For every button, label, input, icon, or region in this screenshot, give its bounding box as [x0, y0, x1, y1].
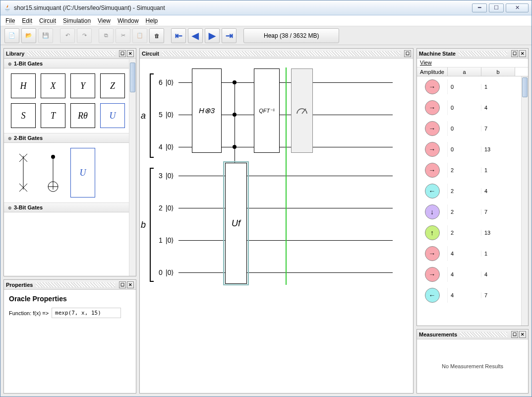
- qubit-0-idx: 0: [159, 268, 163, 276]
- function-input[interactable]: [52, 308, 121, 318]
- gate-s[interactable]: S: [11, 103, 36, 128]
- copy-button[interactable]: ⧉: [99, 28, 114, 43]
- state-a-value: 4: [448, 251, 481, 257]
- gate-u[interactable]: U: [100, 103, 125, 128]
- machine-state-view-menu[interactable]: View: [420, 60, 432, 66]
- step-forward-button[interactable]: ▶: [205, 28, 220, 43]
- cut-button[interactable]: ✂: [116, 28, 130, 43]
- state-b-value: 13: [481, 146, 515, 152]
- section-1bit[interactable]: 1-Bit Gates: [4, 59, 136, 68]
- paste-button[interactable]: 📋: [132, 28, 147, 43]
- gate-z[interactable]: Z: [100, 73, 125, 98]
- measurements-max-button[interactable]: ☐: [511, 331, 518, 338]
- menu-circuit[interactable]: Circuit: [39, 17, 56, 24]
- properties-max-button[interactable]: ☐: [119, 281, 126, 288]
- close-button[interactable]: ✕: [506, 3, 529, 12]
- state-row[interactable]: →01: [417, 76, 528, 97]
- svg-point-2: [51, 155, 55, 159]
- open-button[interactable]: 📂: [21, 28, 36, 43]
- gate-measure-block[interactable]: [291, 68, 313, 153]
- gate-y[interactable]: Y: [70, 73, 95, 98]
- qubit-4-idx: 4: [159, 143, 163, 151]
- qubit-6-ket: |0⟩: [166, 78, 174, 86]
- menu-window[interactable]: Window: [118, 17, 139, 24]
- state-a-value: 0: [448, 146, 481, 152]
- menu-edit[interactable]: Edit: [22, 17, 32, 24]
- step-back-button[interactable]: ◀: [188, 28, 203, 43]
- gate-cu[interactable]: U: [70, 148, 95, 198]
- state-row[interactable]: →07: [417, 118, 528, 139]
- delete-button[interactable]: 🗑: [149, 28, 164, 43]
- new-button[interactable]: 📄: [4, 28, 19, 43]
- state-b-value: 13: [481, 230, 515, 236]
- section-3bit[interactable]: 3-Bit Gates: [4, 202, 136, 212]
- state-b-value: 1: [481, 251, 515, 257]
- gate-rtheta[interactable]: Rθ: [70, 103, 95, 128]
- menu-help[interactable]: Help: [146, 17, 158, 24]
- step-first-button[interactable]: ⇤: [171, 28, 186, 43]
- amplitude-icon: →: [425, 246, 440, 261]
- properties-heading: Oracle Properties: [9, 295, 131, 303]
- menu-simulation[interactable]: Simulation: [63, 17, 91, 24]
- java-icon: [3, 4, 11, 12]
- minimize-button[interactable]: ━: [472, 3, 487, 12]
- state-b-value: 7: [481, 209, 515, 215]
- state-row[interactable]: ←47: [417, 285, 528, 306]
- section-2bit[interactable]: 2-Bit Gates: [4, 133, 136, 143]
- circuit-panel-header: Circuit ☐: [140, 49, 413, 59]
- machine-state-scrollbar[interactable]: [522, 77, 528, 97]
- save-button[interactable]: 💾: [38, 28, 53, 43]
- library-scrollbar[interactable]: [130, 63, 135, 92]
- titlebar: shor15.simuquant (/C:/Users/leo/Simuquan…: [0, 0, 532, 15]
- step-last-button[interactable]: ⇥: [222, 28, 236, 43]
- register-a-label: a: [141, 111, 146, 121]
- state-a-value: 2: [448, 209, 481, 215]
- gate-x[interactable]: X: [41, 73, 65, 98]
- gate-qft-block[interactable]: QFT⁻¹: [254, 68, 280, 153]
- circuit-max-button[interactable]: ☐: [404, 50, 411, 57]
- menu-view[interactable]: View: [98, 17, 111, 24]
- gate-hadamard-block[interactable]: H⊗3: [192, 68, 222, 153]
- library-panel-header: Library ☐ ✕: [4, 49, 136, 59]
- menu-file[interactable]: File: [5, 17, 15, 24]
- qubit-5-ket: |0⟩: [166, 111, 174, 119]
- gate-t[interactable]: T: [41, 103, 65, 128]
- library-max-button[interactable]: ☐: [119, 50, 126, 57]
- state-row[interactable]: ↓27: [417, 201, 528, 222]
- amplitude-icon: ↑: [425, 225, 440, 240]
- state-row[interactable]: ←24: [417, 181, 528, 201]
- state-row[interactable]: →013: [417, 139, 528, 160]
- gate-uf-block[interactable]: Uf: [225, 163, 247, 284]
- circuit-canvas[interactable]: a 6 |0⟩ 5 |0⟩ 4 |0⟩ b 3 |0⟩ 2: [140, 59, 413, 393]
- heap-button[interactable]: Heap (38 / 3632 MB): [243, 28, 339, 43]
- gate-cnot[interactable]: [41, 148, 65, 198]
- gate-h[interactable]: H: [11, 73, 36, 98]
- measurements-close-button[interactable]: ✕: [519, 331, 526, 338]
- qubit-3-idx: 3: [159, 172, 163, 180]
- undo-button[interactable]: ↶: [60, 28, 75, 43]
- qubit-1-idx: 1: [159, 236, 163, 244]
- state-a-value: 4: [448, 292, 481, 298]
- state-row[interactable]: →44: [417, 264, 528, 285]
- amplitude-icon: →: [425, 142, 440, 157]
- qubit-2-ket: |0⟩: [166, 204, 174, 212]
- machine-state-max-button[interactable]: ☐: [511, 50, 518, 57]
- gate-swap[interactable]: [11, 148, 36, 198]
- state-row[interactable]: →04: [417, 97, 528, 118]
- measure-icon: [296, 107, 308, 115]
- state-row[interactable]: →41: [417, 243, 528, 264]
- state-row[interactable]: →21: [417, 160, 528, 181]
- library-close-button[interactable]: ✕: [127, 50, 134, 57]
- redo-button[interactable]: ↷: [77, 28, 92, 43]
- qubit-6-idx: 6: [159, 78, 163, 86]
- state-a-value: 2: [448, 230, 481, 236]
- state-row[interactable]: ↑213: [417, 222, 528, 243]
- maximize-button[interactable]: ☐: [489, 3, 504, 12]
- state-a-value: 2: [448, 188, 481, 194]
- properties-close-button[interactable]: ✕: [127, 281, 134, 288]
- col-a: a: [448, 67, 481, 76]
- qubit-5-idx: 5: [159, 111, 163, 119]
- amplitude-icon: →: [425, 79, 440, 94]
- machine-state-close-button[interactable]: ✕: [519, 50, 526, 57]
- simulation-cursor[interactable]: [286, 67, 287, 285]
